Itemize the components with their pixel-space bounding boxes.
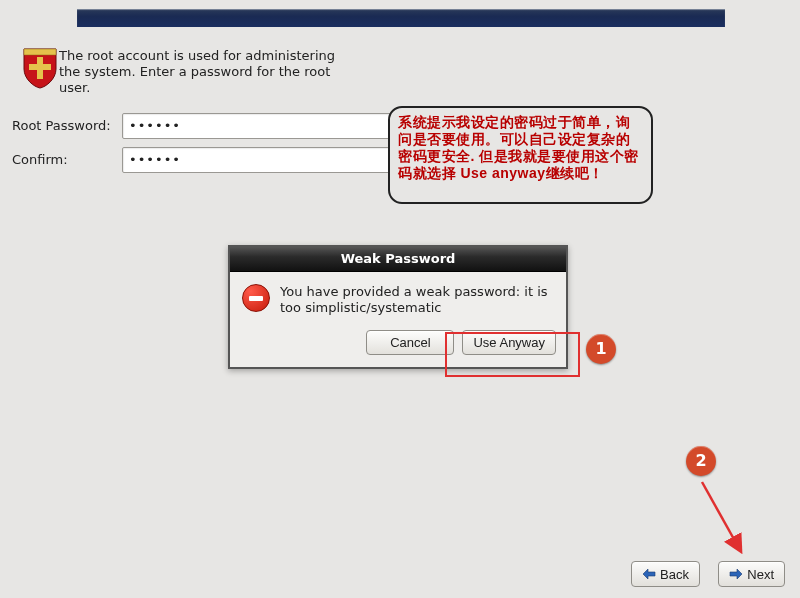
shield-icon [22,47,58,89]
svg-rect-1 [29,64,51,70]
arrow-right-icon [729,568,743,580]
weak-password-dialog: Weak Password You have provided a weak p… [228,245,568,369]
confirm-password-label: Confirm: [12,152,68,167]
dialog-message: You have provided a weak password: it is… [280,284,554,316]
intro-text: The root account is used for administeri… [59,48,359,96]
svg-line-2 [702,482,740,550]
confirm-password-input[interactable]: •••••• [122,147,394,173]
root-password-label: Root Password: [12,118,111,133]
root-password-input[interactable]: •••••• [122,113,394,139]
header-banner [77,9,725,27]
back-button[interactable]: Back [631,561,700,587]
dialog-button-row: Cancel Use Anyway [230,322,566,367]
arrow-left-icon [642,568,656,580]
next-button[interactable]: Next [718,561,785,587]
annotation-arrow [690,480,750,560]
back-button-label: Back [660,567,689,582]
use-anyway-button[interactable]: Use Anyway [462,330,556,355]
error-icon [242,284,270,312]
annotation-callout: 系统提示我设定的密码过于简单，询问是否要使用。可以自己设定复杂的密码更安全. 但… [388,106,653,204]
cancel-button[interactable]: Cancel [366,330,454,355]
annotation-text: 系统提示我设定的密码过于简单，询问是否要使用。可以自己设定复杂的密码更安全. 但… [398,114,643,182]
next-button-label: Next [747,567,774,582]
step-badge-2: 2 [686,446,716,476]
dialog-title: Weak Password [230,247,566,272]
step-badge-1: 1 [586,334,616,364]
